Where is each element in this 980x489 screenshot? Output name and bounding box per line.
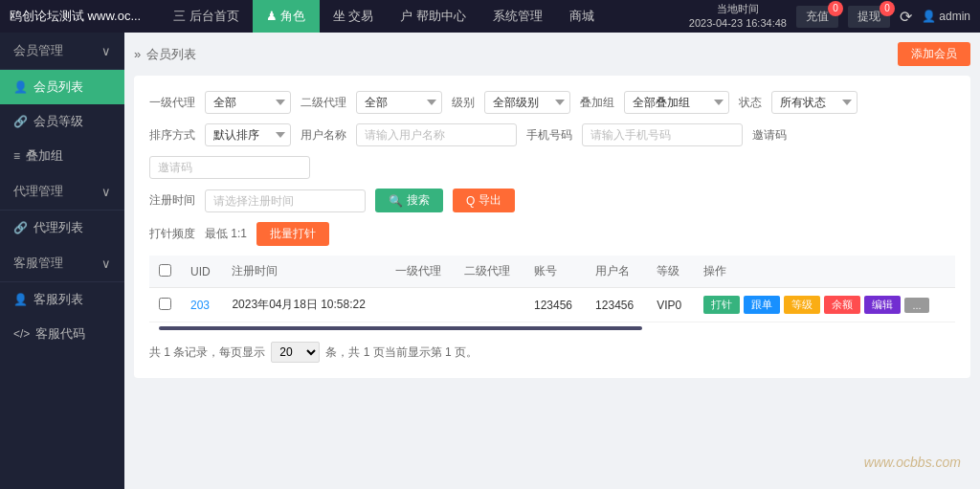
sidebar-group-agent-title[interactable]: 代理管理 ∨ [0, 173, 124, 211]
withdraw-badge: 0 [880, 1, 895, 16]
topbar-nav-trade[interactable]: 坐 交易 [320, 0, 388, 33]
watermark: www.ocbbs.com [864, 455, 961, 470]
row-uid: 203 [181, 288, 222, 322]
link-icon: 🔗 [13, 115, 28, 128]
action-...-button[interactable]: ... [904, 298, 928, 313]
topbar-nav-shop[interactable]: 商城 [556, 0, 608, 33]
register-time-input[interactable] [205, 189, 366, 212]
sidebar-item-cs-list[interactable]: 👤 客服列表 [0, 282, 124, 317]
username-label: 用户名称 [301, 127, 346, 144]
breadcrumb-sep: » [134, 47, 141, 61]
th-username: 用户名 [586, 256, 647, 288]
row-checkbox[interactable] [159, 298, 171, 310]
code-icon: </> [13, 327, 30, 341]
select-all-checkbox[interactable] [159, 264, 171, 277]
action-余额-button[interactable]: 余额 [824, 296, 860, 314]
export-icon: Q [466, 194, 475, 208]
first-agent-label: 一级代理 [149, 95, 195, 111]
filter-row-4: 打针频度 最低 1:1 批量打针 [149, 222, 955, 246]
level-select[interactable]: 全部级别 [484, 91, 570, 114]
main-content: » 会员列表 添加会员 一级代理 全部 二级代理 全部 级别 全部级别 [124, 33, 980, 489]
th-first-agent: 一级代理 [386, 256, 456, 288]
row-first-agent [386, 288, 456, 322]
invite-label: 邀请码 [752, 127, 787, 144]
action-打针-button[interactable]: 打针 [703, 296, 740, 314]
sidebar-group-member: 会员管理 ∨ 👤 会员列表 🔗 会员等级 ≡ 叠加组 [0, 33, 124, 173]
search-icon: 🔍 [389, 194, 403, 208]
invite-input[interactable] [149, 156, 310, 179]
topbar-right: 当地时间 2023-04-23 16:34:48 充值 0 提现 0 ⟳ 👤 a… [689, 2, 970, 32]
phone-label: 手机号码 [526, 127, 572, 144]
phone-input[interactable] [582, 123, 743, 146]
agent-icon: 🔗 [13, 221, 28, 234]
sidebar-item-agent-list[interactable]: 🔗 代理列表 [0, 211, 124, 245]
table-row: 203 2023年04月18日 10:58:22 123456 123456 V… [149, 288, 955, 322]
filter-card: 一级代理 全部 二级代理 全部 级别 全部级别 叠加组 全部叠加组 状态 [134, 76, 970, 378]
th-checkbox [149, 256, 181, 288]
per-page-select[interactable]: 20 50 100 [271, 342, 320, 363]
topbar-time: 当地时间 2023-04-23 16:34:48 [689, 2, 787, 32]
sidebar-group-cs: 客服管理 ∨ 👤 客服列表 </> 客服代码 [0, 245, 124, 351]
sort-select[interactable]: 默认排序 [205, 123, 291, 146]
topbar-logo: 鸥创论坛测试 www.oc... [10, 8, 141, 25]
member-table-wrap: UID 注册时间 一级代理 二级代理 账号 用户名 等级 操作 203 2 [149, 256, 955, 330]
topbar: 鸥创论坛测试 www.oc... 三 后台首页 ♟ 角色 坐 交易 户 帮助中心… [0, 0, 980, 33]
filter-row-3: 注册时间 🔍 搜索 Q 导出 [149, 189, 955, 212]
level-label: 级别 [452, 95, 475, 111]
register-time-label: 注册时间 [149, 192, 195, 209]
cs-icon: 👤 [13, 293, 28, 306]
sidebar-group-member-title[interactable]: 会员管理 ∨ [0, 33, 124, 70]
stack-icon: ≡ [13, 149, 20, 163]
row-second-agent [455, 288, 524, 322]
sidebar-item-member-list[interactable]: 👤 会员列表 [0, 70, 124, 104]
pagination-suffix: 条，共 1 页当前显示第 1 页。 [325, 345, 478, 361]
stack-select[interactable]: 全部叠加组 [624, 91, 729, 114]
member-table: UID 注册时间 一级代理 二级代理 账号 用户名 等级 操作 203 2 [149, 256, 955, 322]
sidebar-group-agent: 代理管理 ∨ 🔗 代理列表 [0, 173, 124, 245]
pagination: 共 1 条记录，每页显示 20 50 100 条，共 1 页当前显示第 1 页。 [149, 342, 955, 363]
second-agent-select[interactable]: 全部 [356, 91, 442, 114]
action-编辑-button[interactable]: 编辑 [864, 296, 901, 314]
admin-label: 👤 admin [922, 10, 970, 23]
topbar-nav-role[interactable]: ♟ 角色 [253, 0, 320, 33]
topbar-nav-system[interactable]: 系统管理 [479, 0, 556, 33]
pin-freq-value: 最低 1:1 [205, 226, 247, 242]
filter-row-1: 一级代理 全部 二级代理 全部 级别 全部级别 叠加组 全部叠加组 状态 [149, 91, 955, 114]
add-member-button[interactable]: 添加会员 [898, 42, 970, 66]
search-button[interactable]: 🔍 搜索 [375, 189, 443, 212]
withdraw-button[interactable]: 提现 0 [848, 6, 890, 28]
topbar-nav: 三 后台首页 ♟ 角色 坐 交易 户 帮助中心 系统管理 商城 [160, 0, 689, 33]
topbar-nav-help[interactable]: 户 帮助中心 [387, 0, 479, 33]
sidebar-item-stack-group[interactable]: ≡ 叠加组 [0, 139, 124, 173]
topbar-nav-home[interactable]: 三 后台首页 [160, 0, 253, 33]
recharge-badge: 0 [828, 1, 843, 16]
table-header-row: UID 注册时间 一级代理 二级代理 账号 用户名 等级 操作 [149, 256, 955, 288]
sidebar-item-member-level[interactable]: 🔗 会员等级 [0, 104, 124, 139]
pin-freq-label: 打针频度 [149, 226, 195, 242]
user-icon: 👤 [13, 80, 28, 94]
th-second-agent: 二级代理 [455, 256, 524, 288]
refresh-icon[interactable]: ⟳ [900, 8, 912, 26]
sidebar-group-cs-title[interactable]: 客服管理 ∨ [0, 245, 124, 282]
filter-row-2: 排序方式 默认排序 用户名称 手机号码 邀请码 [149, 123, 955, 179]
action-跟单-button[interactable]: 跟单 [744, 296, 780, 314]
row-username: 123456 [586, 288, 647, 322]
stack-label: 叠加组 [580, 95, 614, 111]
sort-label: 排序方式 [149, 127, 195, 144]
breadcrumb-current: 会员列表 [146, 46, 196, 63]
row-register-time: 2023年04月18日 10:58:22 [222, 288, 385, 322]
recharge-button[interactable]: 充值 0 [796, 6, 838, 28]
status-label: 状态 [739, 95, 762, 111]
status-select[interactable]: 所有状态 [771, 91, 858, 114]
username-input[interactable] [356, 123, 517, 146]
export-button[interactable]: Q 导出 [453, 189, 515, 212]
th-level: 等级 [647, 256, 694, 288]
action-等级-button[interactable]: 等级 [784, 296, 820, 314]
first-agent-select[interactable]: 全部 [205, 91, 291, 114]
row-actions: 打针跟单等级余额编辑... [694, 288, 955, 322]
breadcrumb: » 会员列表 添加会员 [134, 42, 970, 66]
batch-pin-button[interactable]: 批量打针 [256, 222, 329, 246]
scrollbar-indicator[interactable] [159, 326, 642, 330]
row-account: 123456 [524, 288, 586, 322]
sidebar-item-cs-code[interactable]: </> 客服代码 [0, 317, 124, 351]
